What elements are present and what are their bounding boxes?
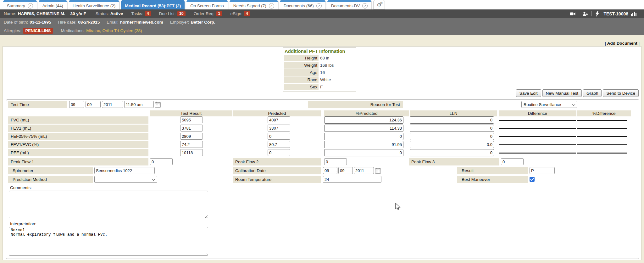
calibration-day-input[interactable] (338, 167, 353, 174)
tab-summary[interactable]: Summary ↗ (3, 0, 37, 9)
fev1fvc-test-result-input[interactable] (180, 141, 203, 148)
calibration-date-label: Calibration Date (233, 167, 321, 174)
table-row-fev1-fvc: FEV1/FVC (%) (6, 141, 639, 149)
pft-form: Test Time - - Reason for Test Routine Su… (6, 99, 639, 259)
reason-for-test-select[interactable]: Routine Surveillance (521, 101, 577, 108)
tab-cap (280, 0, 325, 2)
peak-flow-3-label: Peak Flow 3 (409, 158, 499, 165)
esign-badge[interactable]: 4 (244, 11, 250, 16)
test-year-input[interactable] (102, 101, 123, 108)
tab-documents[interactable]: Documents (66) ↗ (280, 0, 325, 9)
fvc-test-result-input[interactable] (180, 116, 203, 123)
tab-settings[interactable]: ⚙ ⚙ (373, 0, 385, 9)
prediction-method-select[interactable] (94, 176, 157, 183)
fef-difference-line (499, 136, 576, 137)
peak-flow-1-input[interactable] (150, 158, 173, 165)
fev1-predicted-input[interactable] (268, 125, 290, 132)
table-row-fef: FEF25%-75% (mL) (6, 133, 639, 141)
add-person-icon[interactable] (582, 11, 588, 17)
interpretation-textarea[interactable]: Normal Normal expiratory flows and a nor… (9, 227, 208, 256)
allergy-meds-line: Allergies: PENICILLINS Medications: Mira… (0, 26, 644, 35)
best-maneuver-checkbox[interactable] (530, 177, 535, 182)
tab-on-screen-forms[interactable]: On Screen Forms (186, 0, 228, 9)
external-link-icon[interactable]: ↗ (362, 3, 368, 8)
external-link-icon[interactable]: ↗ (28, 3, 33, 8)
fef-test-result-input[interactable] (180, 133, 203, 140)
chart-tab-bar: Summary ↗ Admin (44) Health Surveillance… (0, 0, 644, 9)
add-document-link[interactable]: Add Document (607, 41, 637, 46)
comments-textarea[interactable] (9, 191, 208, 218)
spirometer-row: Spirometer Calibration Date - - Result (6, 167, 639, 175)
new-manual-test-button[interactable]: New Manual Test (542, 89, 582, 97)
test-clock-input[interactable] (124, 101, 154, 108)
tab-admin[interactable]: Admin (44) (39, 0, 67, 9)
fev1-lln-input[interactable] (410, 125, 494, 132)
fef-lln-input[interactable] (410, 133, 494, 140)
chevron-down-icon (152, 178, 155, 181)
chevron-down-icon (572, 103, 575, 106)
fef-pct-predicted-input[interactable] (324, 133, 403, 140)
tasks-badge[interactable]: 4 (145, 11, 151, 16)
test-month-input[interactable] (69, 101, 84, 108)
tab-label: Admin (44) (42, 3, 63, 8)
row-label: FVC (mL) (8, 116, 148, 124)
room-temperature-input[interactable] (323, 176, 381, 183)
tab-health-surveillance[interactable]: Health Surveillance (2) (69, 0, 119, 9)
external-link-icon[interactable]: ↗ (316, 3, 322, 8)
pef-pct-predicted-input[interactable] (324, 149, 403, 156)
send-to-device-button[interactable]: Send to Device (603, 89, 639, 97)
fef-predicted-input[interactable] (268, 133, 290, 140)
result-input[interactable] (530, 167, 555, 174)
chart-icon[interactable] (631, 11, 637, 17)
test-day-input[interactable] (86, 101, 101, 108)
fvc-lln-input[interactable] (410, 116, 494, 124)
fvc-pct-predicted-input[interactable] (324, 116, 403, 124)
fvc-predicted-input[interactable] (268, 116, 290, 123)
calibration-month-input[interactable] (323, 167, 337, 174)
external-link-icon[interactable]: ↗ (269, 3, 274, 8)
fev1fvc-lln-input[interactable] (410, 141, 494, 148)
due-list-badge[interactable]: 10 (177, 11, 186, 16)
name-label: Name: (4, 11, 16, 16)
fev1fvc-predicted-input[interactable] (268, 141, 290, 148)
peak-flow-3-input[interactable] (501, 158, 524, 165)
fev1-test-result-input[interactable] (180, 125, 203, 132)
allergy-badge[interactable]: PENICILLINS (23, 28, 53, 34)
calibration-year-input[interactable] (354, 167, 374, 174)
tab-documents-dv[interactable]: Documents-DV ↗ (327, 0, 372, 9)
video-camera-icon[interactable] (570, 11, 576, 17)
peak-flow-2-input[interactable] (324, 158, 347, 165)
age-label: Age (284, 69, 319, 76)
pef-difference-line (499, 153, 576, 154)
race-value: White (319, 77, 331, 82)
medication-link[interactable]: Ortho Tri-Cyclen (28) (103, 28, 142, 33)
order-req-badge[interactable]: 1 (216, 11, 222, 16)
pef-test-result-input[interactable] (180, 149, 203, 156)
calendar-icon[interactable] (155, 102, 161, 108)
employer-value: Better Corp. (191, 20, 215, 25)
spirometer-input[interactable] (94, 167, 155, 174)
fev1-pct-predicted-input[interactable] (324, 125, 403, 132)
fev1fvc-pct-predicted-input[interactable] (324, 141, 403, 148)
pef-predicted-input[interactable] (268, 149, 290, 156)
hire-date-value: 08-24-2015 (78, 20, 100, 25)
hire-date-label: Hire date: (58, 20, 77, 25)
tab-needs-signed[interactable]: Needs Signed (7) ↗ (230, 0, 278, 9)
graph-button[interactable]: Graph (583, 89, 602, 97)
table-row-fev1: FEV1 (mL) (6, 125, 639, 133)
save-edit-button[interactable]: Save Edit (516, 89, 541, 97)
status-label: Status: (96, 11, 109, 16)
pef-lln-input[interactable] (410, 149, 494, 156)
pef-pct-difference-line (577, 153, 627, 154)
header-test-result: Test Result (150, 110, 232, 116)
pft-info-row: Race White (284, 76, 355, 83)
medication-link[interactable]: Miralax (86, 28, 100, 33)
row-label: FEV1 (mL) (8, 125, 148, 132)
fvc-difference-line (499, 120, 576, 121)
table-header-row: Test Result Predicted %Predicted LLN Dif… (6, 110, 639, 116)
calendar-icon[interactable] (375, 168, 381, 174)
tab-medical-record-pft[interactable]: Medical Record (53):PFT (2) (121, 0, 185, 9)
prediction-row: Prediction Method Room Temperature Best … (6, 176, 639, 184)
flash-icon[interactable] (595, 11, 601, 17)
row-label: FEV1/FVC (%) (8, 141, 148, 148)
